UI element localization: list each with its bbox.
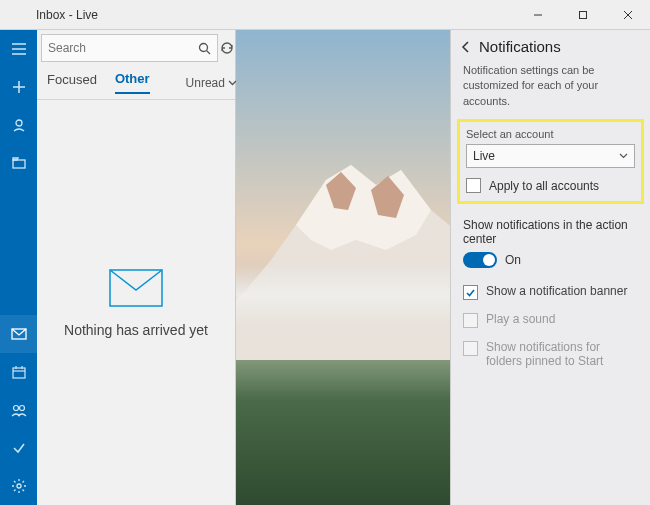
toggle-track — [463, 252, 497, 268]
pinned-checkbox[interactable] — [463, 341, 478, 356]
action-center-label: Show notifications in the action center — [451, 212, 650, 250]
minimize-button[interactable] — [515, 0, 560, 30]
accounts-icon[interactable] — [0, 106, 37, 144]
nav-rail — [0, 30, 37, 505]
window-title: Inbox - Live — [0, 8, 515, 22]
pinned-label: Show notifications for folders pinned to… — [486, 340, 638, 368]
calendar-app-icon[interactable] — [0, 353, 37, 391]
inbox-tabs: Focused Other Unread — [37, 66, 235, 100]
window-controls — [515, 0, 650, 30]
reading-pane-background — [236, 30, 450, 505]
search-icon — [198, 42, 211, 55]
account-select[interactable]: Live — [466, 144, 635, 168]
svg-rect-1 — [579, 11, 586, 18]
banner-checkbox[interactable] — [463, 285, 478, 300]
back-button[interactable] — [461, 41, 471, 53]
chevron-down-icon — [619, 153, 628, 159]
panel-header: Notifications — [451, 30, 650, 59]
close-button[interactable] — [605, 0, 650, 30]
account-select-value: Live — [473, 149, 495, 163]
option-pinned-folders[interactable]: Show notifications for folders pinned to… — [451, 334, 650, 374]
maximize-button[interactable] — [560, 0, 605, 30]
message-list-pane: Focused Other Unread Nothing has arrived… — [37, 30, 236, 505]
new-mail-icon[interactable] — [0, 68, 37, 106]
envelope-icon — [108, 268, 164, 308]
titlebar: Inbox - Live — [0, 0, 650, 30]
todo-app-icon[interactable] — [0, 429, 37, 467]
sound-checkbox[interactable] — [463, 313, 478, 328]
action-center-toggle[interactable]: On — [463, 252, 638, 268]
mail-app-icon[interactable] — [0, 315, 37, 353]
svg-point-17 — [19, 406, 24, 411]
banner-label: Show a notification banner — [486, 284, 627, 298]
search-row — [37, 30, 235, 66]
search-box[interactable] — [41, 34, 218, 62]
panel-subtitle: Notification settings can be customized … — [451, 59, 650, 117]
svg-point-19 — [200, 43, 208, 51]
tab-other[interactable]: Other — [115, 71, 150, 94]
apply-all-label: Apply to all accounts — [489, 179, 599, 193]
svg-point-9 — [16, 120, 22, 126]
apply-all-checkbox[interactable] — [466, 178, 481, 193]
svg-point-18 — [17, 484, 21, 488]
menu-icon[interactable] — [0, 30, 37, 68]
account-selector-highlight: Select an account Live Apply to all acco… — [457, 119, 644, 204]
tab-focused[interactable]: Focused — [47, 72, 97, 93]
notifications-panel: Notifications Notification settings can … — [450, 30, 650, 505]
empty-message: Nothing has arrived yet — [64, 322, 208, 338]
panel-title: Notifications — [479, 38, 561, 55]
empty-state: Nothing has arrived yet — [37, 100, 235, 505]
svg-rect-10 — [13, 160, 25, 168]
sound-label: Play a sound — [486, 312, 555, 326]
select-account-label: Select an account — [466, 128, 635, 140]
filter-unread[interactable]: Unread — [186, 76, 237, 90]
svg-point-16 — [13, 406, 18, 411]
apply-all-row[interactable]: Apply to all accounts — [466, 178, 635, 193]
filter-label: Unread — [186, 76, 225, 90]
folders-icon[interactable] — [0, 144, 37, 182]
option-sound[interactable]: Play a sound — [451, 306, 650, 334]
settings-icon[interactable] — [0, 467, 37, 505]
toggle-state: On — [505, 253, 521, 267]
svg-rect-12 — [13, 368, 25, 378]
svg-line-20 — [207, 50, 211, 54]
people-app-icon[interactable] — [0, 391, 37, 429]
mail-window: Inbox - Live — [0, 0, 650, 505]
option-banner[interactable]: Show a notification banner — [451, 278, 650, 306]
search-input[interactable] — [48, 41, 198, 55]
sync-button[interactable] — [220, 34, 234, 62]
